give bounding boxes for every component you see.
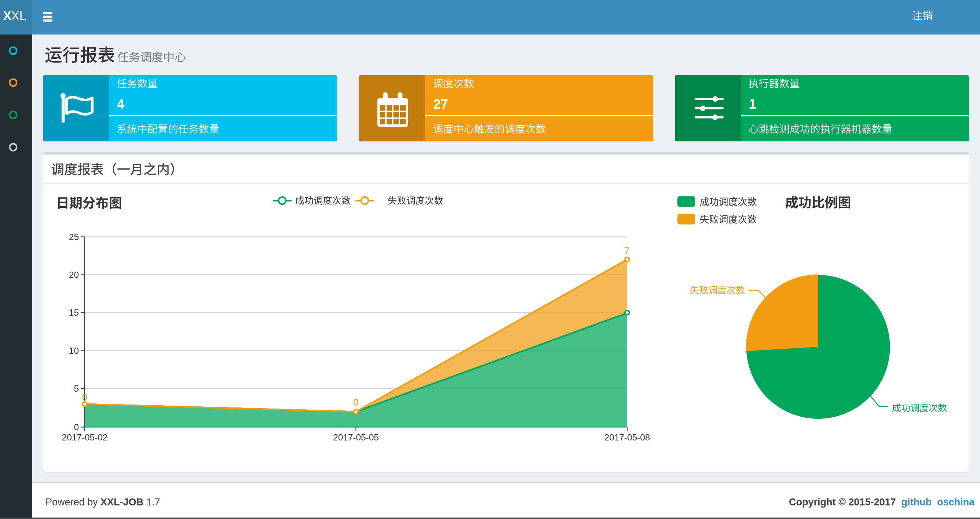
svg-text:XXL: XXL: [3, 9, 26, 22]
svg-text:Powered by XXL-JOB 1.7: Powered by XXL-JOB 1.7: [46, 497, 160, 508]
svg-text:1: 1: [749, 97, 756, 112]
svg-text:2017-05-08: 2017-05-08: [605, 433, 650, 442]
svg-text:20: 20: [69, 270, 79, 280]
svg-text:0: 0: [82, 392, 87, 402]
svg-text:7: 7: [624, 245, 629, 256]
svg-text:0: 0: [353, 397, 358, 408]
svg-text:10: 10: [69, 346, 79, 356]
svg-text:5: 5: [74, 383, 79, 393]
svg-text:15: 15: [69, 308, 79, 318]
svg-text:25: 25: [69, 232, 79, 242]
svg-text:4: 4: [117, 97, 124, 112]
svg-text:0: 0: [74, 422, 79, 432]
svg-text:Copyright © 2015-2017 github: Copyright © 2015-2017 github oschina: [789, 497, 975, 508]
svg-text:2017-05-02: 2017-05-02: [62, 433, 108, 442]
svg-text:2017-05-05: 2017-05-05: [333, 433, 379, 442]
svg-text:27: 27: [434, 97, 448, 112]
